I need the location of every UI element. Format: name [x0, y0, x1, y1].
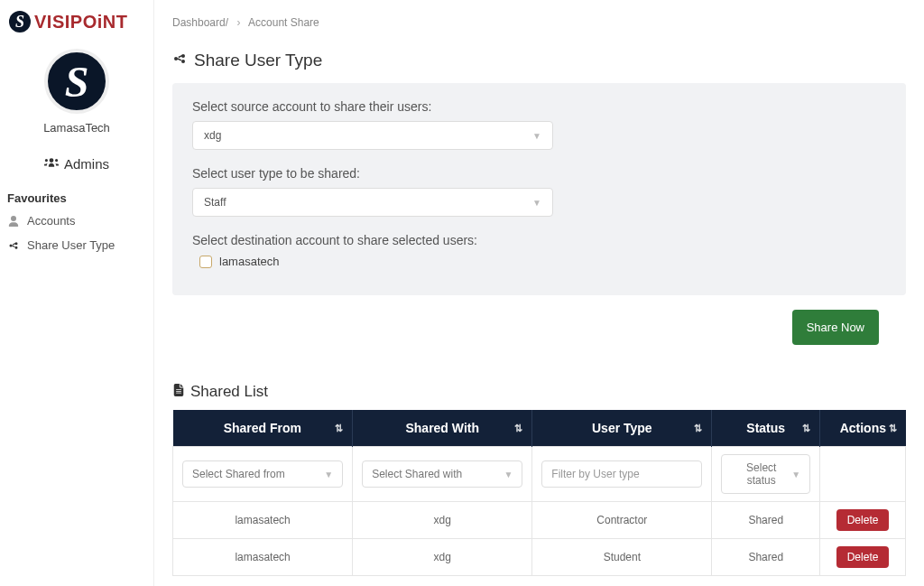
table-row: lamasatech xdg Contractor Shared Delete [173, 502, 906, 539]
delete-button[interactable]: Delete [836, 546, 890, 568]
sidebar-item-label: Accounts [27, 214, 75, 228]
filter-label: Select status [731, 461, 791, 487]
th-label: User Type [592, 421, 652, 435]
share-icon [7, 240, 20, 251]
cell-shared-with: xdg [353, 502, 532, 539]
table-row: lamasatech xdg Student Shared Delete [173, 539, 906, 576]
user-icon [7, 216, 20, 227]
page-title-text: Share User Type [194, 51, 322, 70]
filter-label: Select Shared with [372, 468, 462, 480]
share-button-row: Share Now [172, 310, 906, 345]
shared-list-title-text: Shared List [190, 383, 268, 401]
org-name: LamasaTech [0, 121, 153, 135]
main-content: Dashboard/ › Account Share Share User Ty… [153, 0, 924, 586]
favourites-header: Favourites [0, 188, 153, 209]
share-form-panel: Select source account to share their use… [172, 83, 906, 295]
cell-shared-from: lamasatech [173, 539, 353, 576]
sort-icon: ⇅ [335, 423, 343, 434]
chevron-down-icon: ▼ [791, 470, 800, 479]
cell-status: Shared [712, 539, 820, 576]
usertype-select-value: Staff [204, 196, 226, 209]
breadcrumb-current: Account Share [248, 16, 319, 29]
th-label: Actions [840, 421, 886, 435]
cell-user-type: Student [532, 539, 712, 576]
dest-checkbox-row[interactable]: lamasatech [192, 255, 886, 268]
checkbox-icon[interactable] [199, 256, 212, 268]
cell-shared-from: lamasatech [173, 502, 353, 539]
sidebar-item-label: Share User Type [27, 238, 115, 252]
filter-user-type[interactable] [541, 460, 702, 488]
chevron-down-icon: ▼ [324, 470, 333, 479]
sidebar-item-accounts[interactable]: Accounts [0, 209, 153, 233]
th-shared-from[interactable]: Shared From⇅ [173, 410, 353, 447]
source-select[interactable]: xdg ▼ [192, 121, 553, 150]
th-label: Shared From [224, 421, 301, 435]
sidebar: S VISIPOiNT S LamasaTech Admins Favourit… [0, 0, 153, 586]
brand-logo-text: VISIPOiNT [34, 12, 127, 33]
brand-logo[interactable]: S VISIPOiNT [0, 9, 153, 42]
sidebar-item-share-user-type[interactable]: Share User Type [0, 233, 153, 257]
share-icon [172, 51, 187, 70]
chevron-down-icon: ▼ [504, 470, 513, 479]
delete-button[interactable]: Delete [836, 509, 890, 531]
chevron-down-icon: ▼ [532, 198, 541, 208]
avatar[interactable]: S [44, 49, 109, 114]
avatar-block: S LamasaTech [0, 42, 153, 140]
shared-list-title: Shared List [172, 383, 906, 401]
cell-status: Shared [712, 502, 820, 539]
th-label: Shared With [405, 421, 479, 435]
brand-logo-icon: S [9, 11, 31, 33]
chevron-right-icon: › [236, 16, 240, 29]
filter-shared-with[interactable]: Select Shared with▼ [362, 460, 522, 488]
filter-status[interactable]: Select status▼ [721, 454, 810, 494]
sort-icon: ⇅ [694, 423, 702, 434]
page-title: Share User Type [172, 51, 906, 70]
source-select-value: xdg [204, 129, 221, 142]
share-now-button[interactable]: Share Now [792, 310, 879, 345]
admins-link[interactable]: Admins [0, 140, 153, 188]
sort-icon: ⇅ [889, 423, 897, 434]
cell-user-type: Contractor [532, 502, 712, 539]
th-actions[interactable]: Actions⇅ [820, 410, 906, 447]
usertype-label: Select user type to be shared: [192, 166, 886, 181]
dest-label: Select destination account to share sele… [192, 233, 886, 247]
filter-label: Select Shared from [192, 468, 285, 480]
dest-checkbox-label: lamasatech [219, 255, 279, 268]
breadcrumb-root[interactable]: Dashboard/ [172, 16, 228, 29]
sort-icon: ⇅ [802, 423, 810, 434]
list-icon [172, 383, 185, 401]
th-user-type[interactable]: User Type⇅ [532, 410, 712, 447]
chevron-down-icon: ▼ [532, 131, 541, 141]
th-shared-with[interactable]: Shared With⇅ [353, 410, 532, 447]
sort-icon: ⇅ [514, 423, 522, 434]
source-label: Select source account to share their use… [192, 99, 886, 114]
filter-row: Select Shared from▼ Select Shared with▼ … [173, 447, 906, 502]
usertype-select[interactable]: Staff ▼ [192, 188, 553, 217]
cell-shared-with: xdg [353, 539, 532, 576]
users-icon [44, 156, 59, 172]
th-label: Status [746, 421, 785, 435]
filter-shared-from[interactable]: Select Shared from▼ [182, 460, 343, 488]
breadcrumb: Dashboard/ › Account Share [172, 16, 906, 29]
th-status[interactable]: Status⇅ [712, 410, 820, 447]
admins-label: Admins [64, 156, 109, 172]
shared-list-table: Shared From⇅ Shared With⇅ User Type⇅ Sta… [172, 410, 906, 576]
